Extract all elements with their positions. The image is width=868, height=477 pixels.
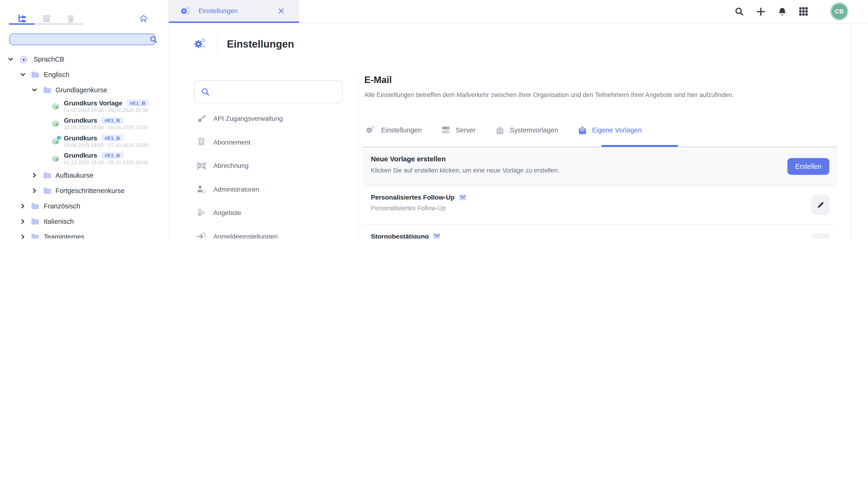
course-cube-icon xyxy=(51,102,60,111)
nav-item-abonnement[interactable]: Abonnement xyxy=(186,130,356,154)
tree-item-course[interactable]: Grundkurs Vorlage#E1_B 01.02.2024 18:00 … xyxy=(0,97,168,115)
course-cube-icon xyxy=(51,155,60,163)
settings-nav: API Zugangsverwaltung Abonnement xyxy=(186,107,356,239)
archive-icon[interactable] xyxy=(42,14,51,23)
login-icon xyxy=(197,232,206,239)
tab-server[interactable]: Server xyxy=(441,125,475,135)
edit-button[interactable] xyxy=(811,195,830,215)
tree-item-sprachcb[interactable]: SprachCB xyxy=(0,51,168,67)
chevron-right-icon[interactable] xyxy=(32,188,37,193)
template-description: Personalisiertes Follow-Up xyxy=(371,205,446,212)
pencil-icon xyxy=(816,201,825,209)
radio-target-icon xyxy=(20,55,28,63)
email-tabs: Einstellungen Server xyxy=(366,125,642,135)
edit-button[interactable] xyxy=(811,233,830,239)
folder-icon xyxy=(31,217,40,225)
active-tab-indicator xyxy=(601,145,678,147)
nav-item-administratoren[interactable]: Administratoren xyxy=(186,177,356,201)
nav-item-anmeldeeinstellungen[interactable]: Anmeldeeinstellungen xyxy=(186,225,356,239)
tab-label: Einstellungen xyxy=(198,7,238,14)
settings-gears-icon xyxy=(194,38,207,50)
envelope-icon xyxy=(459,194,466,200)
tab-label: Eigene Vorlagen xyxy=(592,126,642,133)
avatar[interactable]: CB xyxy=(830,2,848,21)
chevron-right-icon[interactable] xyxy=(20,218,26,224)
course-title: Grundkurs xyxy=(64,117,97,124)
search-icon[interactable] xyxy=(150,36,157,43)
template-row-stornobestaetigung[interactable]: Stornobestätigung Stornobestätigung xyxy=(363,225,837,239)
settings-search-input[interactable] xyxy=(213,84,336,100)
create-panel-description: Klicken Sie auf erstellen klicken, um ei… xyxy=(371,167,559,174)
course-badge: #E1_B xyxy=(101,117,123,124)
tree-item-englisch[interactable]: Englisch xyxy=(0,67,168,82)
template-row-personalisiertes-follow-up[interactable]: Personalisiertes Follow-Up Personalisier… xyxy=(363,186,837,225)
chevron-down-icon[interactable] xyxy=(20,71,26,77)
folder-icon xyxy=(43,187,52,194)
course-dates: 01.12.2025 18:00 - 29.12.2025 20:00 xyxy=(64,160,148,166)
abacus-icon xyxy=(197,161,206,171)
bell-icon[interactable] xyxy=(778,7,787,16)
nav-item-abrechnung[interactable]: Abrechnung xyxy=(186,154,356,177)
tab-einstellungen[interactable]: Einstellungen xyxy=(366,125,422,134)
settings-gears-icon xyxy=(181,6,191,16)
sidebar: SprachCB Englisch Grundlagenkurse xyxy=(0,0,169,239)
nav-item-api-zugangsverwaltung[interactable]: API Zugangsverwaltung xyxy=(186,107,356,130)
status-dot xyxy=(57,136,61,140)
page-title: Einstellungen xyxy=(227,38,294,50)
nav-item-angebote[interactable]: Angebote xyxy=(186,201,356,225)
tree-item-fortgeschrittenenkurse[interactable]: Fortgeschrittenenkurse xyxy=(0,183,168,198)
mail-template-icon xyxy=(578,125,587,135)
sidebar-tab-indicator-active xyxy=(9,23,35,25)
chevron-down-icon[interactable] xyxy=(8,56,13,62)
chevron-right-icon[interactable] xyxy=(20,203,26,209)
search-icon xyxy=(201,88,210,96)
tree-item-grundlagenkurse[interactable]: Grundlagenkurse xyxy=(0,82,168,97)
folder-icon xyxy=(31,233,40,239)
folder-tree-icon[interactable] xyxy=(17,14,27,23)
tab-systemvorlagen[interactable]: Systemvorlagen xyxy=(495,125,558,135)
chevron-right-icon[interactable] xyxy=(20,234,26,239)
nav-item-label: Anmeldeeinstellungen xyxy=(213,233,278,239)
close-icon[interactable] xyxy=(278,8,284,14)
tab-label: Systemvorlagen xyxy=(510,126,558,133)
chevron-right-icon[interactable] xyxy=(32,172,37,178)
template-name: Personalisiertes Follow-Up xyxy=(371,193,455,201)
create-button[interactable]: Erstellen xyxy=(787,158,829,175)
tree-item-label: Französisch xyxy=(44,202,80,210)
tab-label: Einstellungen xyxy=(381,126,422,133)
tree-item-course[interactable]: Grundkurs#E1_B 12.05.2025 18:00 - 09.06.… xyxy=(0,115,168,132)
header-divider xyxy=(217,34,218,55)
course-dates: 09.09.2025 18:00 - 07.10.2025 20:00 xyxy=(64,142,148,148)
tree-item-label: Englisch xyxy=(44,71,69,78)
nav-item-label: Administratoren xyxy=(213,186,259,193)
sidebar-search-input[interactable] xyxy=(9,34,156,45)
tab-einstellungen[interactable]: Einstellungen xyxy=(169,0,299,23)
course-dates: 12.05.2025 18:00 - 09.06.2025 20:00 xyxy=(64,125,148,130)
tree-item-franzoesisch[interactable]: Französisch xyxy=(0,198,168,213)
tree-item-course[interactable]: Grundkurs#E1_B 09.09.2025 18:00 - 07.10.… xyxy=(0,132,168,150)
tree-item-aufbaukurse[interactable]: Aufbaukurse xyxy=(0,168,168,183)
folder-icon xyxy=(43,86,52,93)
trash-icon[interactable] xyxy=(66,14,75,23)
column-divider xyxy=(358,77,359,239)
tree-item-italienisch[interactable]: Italienisch xyxy=(0,213,168,229)
tab-eigene-vorlagen[interactable]: Eigene Vorlagen xyxy=(578,125,642,135)
grid-icon[interactable] xyxy=(799,7,808,16)
settings-search xyxy=(194,80,342,103)
search-icon[interactable] xyxy=(735,7,744,16)
tree-item-label: SprachCB xyxy=(34,55,64,63)
tree-item-label: Grundlagenkurse xyxy=(56,86,107,93)
course-tree: SprachCB Englisch Grundlagenkurse xyxy=(0,51,168,239)
tree-item-teaminternes[interactable]: Teaminternes xyxy=(0,229,168,239)
course-badge: #E1_B xyxy=(101,152,123,159)
tree-item-label: Italienisch xyxy=(44,217,74,225)
plus-icon[interactable] xyxy=(756,7,766,16)
tree-item-label: Fortgeschrittenenkurse xyxy=(56,187,125,194)
chevron-down-icon[interactable] xyxy=(32,87,37,93)
envelope-icon xyxy=(434,233,440,239)
template-list: Personalisiertes Follow-Up Personalisier… xyxy=(363,186,837,239)
tree-item-label: Teaminternes xyxy=(44,233,84,239)
home-icon[interactable] xyxy=(139,14,148,23)
tree-item-course[interactable]: Grundkurs#E1_B 01.12.2025 18:00 - 29.12.… xyxy=(0,150,168,168)
folder-icon xyxy=(43,171,52,179)
